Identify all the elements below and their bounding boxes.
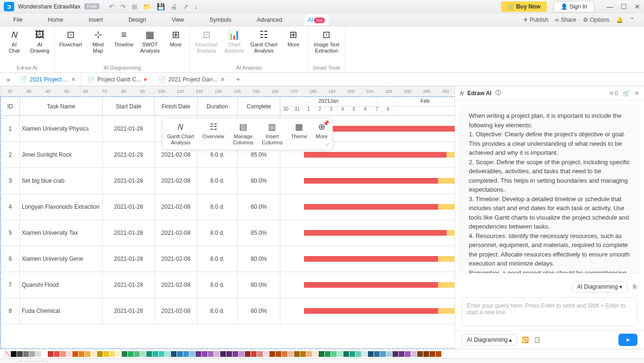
color-swatch[interactable] (72, 351, 78, 357)
export-icon[interactable]: ↗ (183, 3, 188, 10)
more-analysis-tool[interactable]: ⊞More (284, 28, 303, 48)
color-swatch[interactable] (152, 351, 158, 357)
tb-theme[interactable]: ▦Theme (291, 122, 307, 146)
color-swatch[interactable] (146, 351, 152, 357)
color-swatch[interactable] (429, 351, 435, 357)
page-select[interactable]: Page-1 ▾ (17, 361, 48, 363)
print-icon[interactable]: 🖨 (170, 3, 177, 10)
color-swatch[interactable] (122, 351, 127, 357)
collapse-ribbon-icon[interactable]: ⌃ (630, 17, 635, 23)
tab-close-icon[interactable]: ✕ (71, 76, 76, 83)
color-swatch[interactable] (196, 351, 201, 357)
color-swatch[interactable] (202, 351, 207, 357)
col-header[interactable]: Complete (238, 97, 280, 115)
maximize-icon[interactable]: ☐ (621, 3, 627, 10)
color-swatch[interactable] (36, 351, 41, 357)
color-swatch[interactable] (189, 351, 195, 357)
notifications-icon[interactable]: 🔔 (616, 17, 623, 23)
ai-drawing-tool[interactable]: 🖼AI Drawing (30, 28, 49, 54)
color-swatch[interactable] (263, 351, 269, 357)
ai-input[interactable]: Enter your query here. Press Enter to se… (462, 297, 637, 326)
more-diag-tool[interactable]: ⊞More (166, 28, 185, 48)
color-swatch[interactable] (91, 351, 97, 357)
flowchart-tool[interactable]: ⊡Flowchart (59, 28, 82, 48)
menu-ai[interactable]: AIhot (304, 15, 329, 25)
publish-button[interactable]: ✈ Publish (523, 17, 548, 23)
color-swatch[interactable] (386, 351, 392, 357)
mindmap-tool[interactable]: ⊹Mind Map (89, 28, 107, 54)
pin-icon[interactable]: 📌 (323, 120, 330, 126)
col-header[interactable]: Task Name (20, 97, 103, 115)
menu-file[interactable]: File (9, 15, 26, 25)
color-swatch[interactable] (423, 351, 429, 357)
menu-view[interactable]: View (168, 15, 188, 25)
tb-overview[interactable]: ☷Overview (203, 122, 224, 146)
color-swatch[interactable] (208, 351, 214, 357)
ai-info-icon[interactable]: ⓘ (495, 89, 501, 97)
color-swatch[interactable] (42, 351, 47, 357)
color-swatch[interactable] (109, 351, 115, 357)
color-swatch[interactable] (11, 351, 17, 357)
send-button[interactable]: ➤ (618, 334, 637, 346)
color-swatch[interactable] (116, 351, 121, 357)
menu-advanced[interactable]: Advanced (253, 15, 286, 25)
gantt-row[interactable]: 3Set big blue crab2021-01-282021-02-088.… (1, 168, 455, 194)
col-header[interactable]: ID (1, 97, 20, 115)
minimize-icon[interactable]: — (607, 3, 613, 10)
color-swatch[interactable] (269, 351, 275, 357)
color-swatch[interactable] (436, 351, 441, 357)
color-swatch[interactable] (374, 351, 380, 357)
menu-home[interactable]: Home (44, 15, 67, 25)
color-swatch[interactable] (214, 351, 220, 357)
doc-tab[interactable]: 📄 Project Gantt C... (83, 74, 152, 85)
color-swatch[interactable] (140, 351, 146, 357)
color-swatch[interactable] (405, 351, 411, 357)
color-swatch[interactable] (306, 351, 312, 357)
gantt-row[interactable]: 7Quanshi Flood2021-01-282021-02-088.0 d.… (1, 272, 455, 298)
color-swatch[interactable] (337, 351, 343, 357)
options-button[interactable]: ⚙ Options (583, 17, 609, 23)
color-swatch[interactable] (85, 351, 90, 357)
buy-now-button[interactable]: 🛒 Buy Now (501, 1, 547, 12)
gantt-row[interactable]: 8Fuda Chemical2021-01-282021-02-088.0 d.… (1, 298, 455, 324)
flowchart-analysis-tool[interactable]: ⊡Flowchart Analysis (195, 28, 218, 54)
signin-button[interactable]: 👤 Sign In (554, 1, 594, 12)
import-icon[interactable]: ↓ (194, 3, 197, 10)
color-swatch[interactable] (319, 351, 324, 357)
nofill-icon[interactable] (5, 351, 10, 357)
tb-gantt-analysis[interactable]: 𝘕Gantt Chart Analysis (167, 122, 194, 146)
menu-design[interactable]: Design (125, 15, 150, 25)
share-button[interactable]: ∞ Share (555, 17, 576, 23)
color-swatch[interactable] (356, 351, 361, 357)
col-header[interactable]: Start Date (103, 97, 155, 115)
new-tab-icon[interactable]: ＋ (232, 75, 244, 84)
gantt-row[interactable]: 6Xiamen University Gene2021-01-282021-02… (1, 246, 455, 272)
swot-tool[interactable]: ▦SWOT Analysis (140, 28, 160, 54)
color-swatch[interactable] (183, 351, 189, 357)
color-swatch[interactable] (288, 351, 294, 357)
color-swatch[interactable] (362, 351, 367, 357)
expand-icon[interactable]: ⤢ (325, 142, 330, 148)
copy-icon[interactable]: ⎘ (633, 283, 636, 290)
undo-icon[interactable]: ↶ (109, 3, 115, 10)
color-swatch[interactable] (239, 351, 244, 357)
menu-symbols[interactable]: Symbols (206, 15, 235, 25)
ai-chat-tool[interactable]: 𝘕AI Chat (5, 28, 24, 54)
color-swatch[interactable] (349, 351, 355, 357)
color-swatch[interactable] (276, 351, 281, 357)
color-swatch[interactable] (29, 351, 35, 357)
cart-icon[interactable]: 🛒 (623, 90, 630, 97)
gantt-chart[interactable]: IDTask NameStart DateFinish DateDuration… (0, 97, 455, 349)
color-swatch[interactable] (165, 351, 170, 357)
tabs-chevron-icon[interactable]: » (4, 76, 13, 83)
color-swatch[interactable] (294, 351, 300, 357)
color-swatch[interactable] (300, 351, 306, 357)
color-swatch[interactable] (66, 351, 72, 357)
color-swatch[interactable] (134, 351, 140, 357)
color-swatch[interactable] (48, 351, 54, 357)
ai-diagramming-button[interactable]: AI Diagramming ▾ (572, 281, 627, 292)
color-swatch[interactable] (393, 351, 398, 357)
color-swatch[interactable] (411, 351, 417, 357)
menu-insert[interactable]: Insert (85, 15, 107, 25)
color-swatch[interactable] (220, 351, 226, 357)
